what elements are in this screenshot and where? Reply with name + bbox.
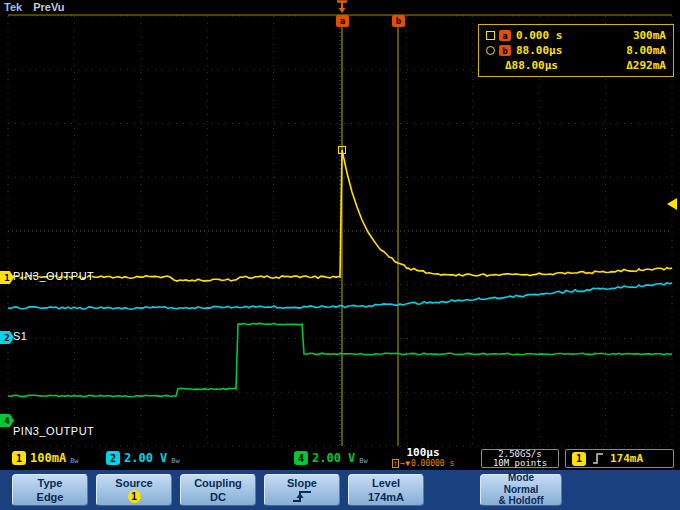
mode-value-line1: Normal	[504, 485, 538, 496]
rising-edge-icon	[592, 452, 604, 465]
trigger-position-readout: T →▼ 0.00000 s	[392, 459, 455, 468]
level-value: 174mA	[368, 491, 404, 504]
mode-button[interactable]: Mode Normal & Holdoff	[480, 474, 562, 506]
cursor-a-flag[interactable]: a	[336, 15, 349, 27]
cursor-b-badge: b	[499, 45, 511, 56]
coupling-button[interactable]: Coupling DC	[180, 474, 256, 506]
cursor-b-circle-icon	[486, 46, 495, 55]
trigger-menu-bar: Type Edge Source 1 Coupling DC Slope Lev…	[0, 470, 680, 510]
source-button[interactable]: Source 1	[96, 474, 172, 506]
record-length: 10M points	[482, 459, 558, 468]
top-bar: Tek PreVu	[4, 1, 65, 13]
acquisition-status: PreVu	[33, 1, 64, 13]
cursor-b-time: 88.00µs	[516, 44, 588, 57]
level-button[interactable]: Level 174mA	[348, 474, 424, 506]
ch4-scale-readout: 2.00 V	[312, 451, 355, 465]
oscilloscope-screen: Tek PreVu a b a 0.000 s 300mA b 88.00µs …	[0, 0, 680, 510]
ch4-waveform-label: PIN3_OUTPUT	[13, 425, 94, 437]
cursor-delta-value: Δ292mA	[626, 59, 666, 72]
source-label: Source	[115, 477, 152, 490]
ch2-waveform-label: S1	[13, 330, 27, 342]
cursor-b-value: 8.00mA	[626, 44, 666, 57]
type-value: Edge	[37, 491, 64, 504]
cursor-a-value: 300mA	[633, 29, 666, 42]
trigger-position-icon[interactable]	[335, 0, 349, 14]
horizontal-status: 100µs T →▼ 0.00000 s	[370, 447, 476, 468]
cursor-b-flag[interactable]: b	[392, 15, 405, 27]
rising-edge-icon	[291, 490, 313, 503]
trigger-arrow-icon: →▼	[400, 459, 410, 468]
trigger-source-badge: 1	[572, 452, 586, 466]
coupling-label: Coupling	[194, 477, 242, 490]
trigger-readout: 1 174mA	[565, 449, 674, 468]
level-label: Level	[372, 477, 400, 490]
tek-logo: Tek	[4, 1, 22, 13]
ch1-bandwidth-icon: Bw	[70, 457, 78, 465]
cursor-a-row: a 0.000 s 300mA	[486, 28, 666, 43]
type-button[interactable]: Type Edge	[12, 474, 88, 506]
slope-button[interactable]: Slope	[264, 474, 340, 506]
acquisition-readout: 2.50GS/s 10M points	[481, 449, 559, 468]
type-label: Type	[38, 477, 63, 490]
cursor-delta-row: Δ88.00µs Δ292mA	[486, 58, 666, 73]
mode-value-line2: & Holdoff	[499, 496, 544, 507]
ch4-status: 4 2.00 V Bw	[294, 451, 368, 465]
ch1-scale-readout: 100mA	[30, 451, 66, 465]
slope-label: Slope	[287, 477, 317, 490]
cursor-a-time: 0.000 s	[516, 29, 588, 42]
cursor-b-row: b 88.00µs 8.00mA	[486, 43, 666, 58]
coupling-value: DC	[210, 491, 226, 504]
trigger-level-readout: 174mA	[610, 452, 643, 465]
ch1-badge: 1	[12, 451, 26, 465]
ch2-status: 2 2.00 V Bw	[106, 451, 180, 465]
mode-label: Mode	[508, 473, 534, 484]
ch1-trace	[8, 150, 672, 281]
timebase-readout: 100µs	[406, 447, 439, 459]
ch1-waveform-label: PIN3_OUTPUT	[13, 270, 94, 282]
source-channel-badge: 1	[128, 490, 141, 503]
status-bar: 1 100mA Bw 2 2.00 V Bw 4 2.00 V Bw 100µs…	[0, 447, 680, 470]
ch2-scale-readout: 2.00 V	[124, 451, 167, 465]
ch4-badge: 4	[294, 451, 308, 465]
ch4-bandwidth-icon: Bw	[359, 457, 367, 465]
right-edge-arrow-icon	[667, 198, 677, 210]
ch1-status: 1 100mA Bw	[12, 451, 79, 465]
trigger-t-icon: T	[392, 459, 400, 468]
cursor-a-badge: a	[499, 30, 511, 41]
trigger-position-value: 0.00000 s	[411, 459, 454, 468]
ch2-badge: 2	[106, 451, 120, 465]
cursor-a-square-icon	[486, 31, 495, 40]
cursor-delta-time: Δ88.00µs	[505, 59, 577, 72]
cursor-readout-panel: a 0.000 s 300mA b 88.00µs 8.00mA Δ88.00µ…	[478, 24, 674, 77]
ch2-bandwidth-icon: Bw	[171, 457, 179, 465]
